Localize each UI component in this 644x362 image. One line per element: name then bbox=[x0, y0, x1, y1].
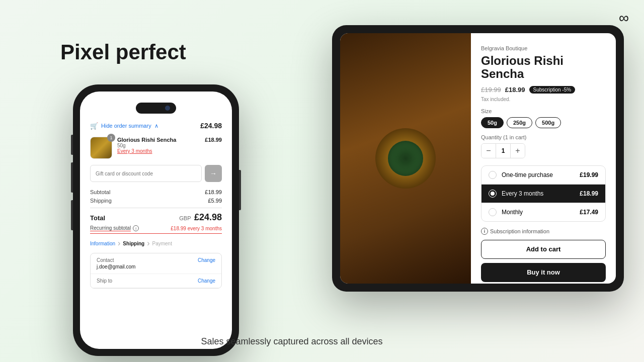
phone-screen: 🛒 Hide order summary ∧ £24.98 1 bbox=[80, 92, 232, 349]
item-name: Glorious Rishi Sencha bbox=[117, 137, 200, 143]
ship-to-label: Ship to bbox=[97, 278, 112, 284]
phone-shell: 🛒 Hide order summary ∧ £24.98 1 bbox=[73, 84, 239, 356]
breadcrumb-sep-2: › bbox=[147, 239, 149, 248]
total-currency: GBP bbox=[179, 215, 191, 221]
gift-card-input[interactable] bbox=[90, 165, 202, 182]
phone-button-silent bbox=[71, 135, 73, 155]
subscription-info-row[interactable]: i Subscription information bbox=[481, 228, 606, 235]
phone-camera bbox=[136, 103, 176, 114]
buy-now-button[interactable]: Buy it now bbox=[481, 263, 606, 282]
subtotal-label: Subtotal bbox=[90, 189, 110, 195]
page-title: Pixel perfect bbox=[30, 40, 282, 64]
qty-control: − 1 + bbox=[481, 143, 525, 158]
phone-button-vol-down bbox=[71, 200, 73, 230]
item-frequency: Every 3 months bbox=[117, 148, 200, 154]
breadcrumb: Information › Shipping › Payment bbox=[90, 239, 222, 248]
item-details: Glorious Rishi Sencha 50g Every 3 months bbox=[117, 137, 200, 154]
contact-section: Contact j.doe@gmail.com Change Ship to bbox=[90, 253, 222, 289]
left-section: Pixel perfect 🛒 Hide order summary ∧ bbox=[30, 0, 282, 362]
option-price-monthly: £17.49 bbox=[580, 209, 598, 216]
total-label: Total bbox=[90, 214, 105, 222]
price-badges: £19.99 £18.99 Subscription -5% bbox=[481, 86, 606, 94]
logo-icon: ∞ bbox=[619, 10, 629, 26]
phone-button-vol-up bbox=[71, 162, 73, 193]
ship-to-change-button[interactable]: Change bbox=[198, 278, 215, 284]
add-to-cart-button[interactable]: Add to cart bbox=[481, 240, 606, 259]
shipping-label: Shipping bbox=[90, 198, 112, 204]
size-option-500g[interactable]: 500g bbox=[535, 117, 561, 128]
subscription-info-label: Subscription information bbox=[490, 228, 549, 234]
cart-icon: 🛒 bbox=[90, 122, 98, 130]
contact-change-button[interactable]: Change bbox=[198, 257, 215, 263]
recurring-label: Recurring subtotal bbox=[90, 225, 131, 231]
radio-monthly bbox=[489, 208, 497, 216]
product-boutique: Belgravia Boutique bbox=[481, 45, 606, 51]
size-option-50g[interactable]: 50g bbox=[481, 117, 504, 128]
option-label-one-time: One-time purchase bbox=[502, 171, 580, 178]
option-label-monthly: Monthly bbox=[502, 209, 580, 216]
subscription-badge: Subscription -5% bbox=[529, 86, 576, 94]
breadcrumb-sep-1: › bbox=[118, 239, 120, 248]
contact-email: j.doe@gmail.com bbox=[97, 264, 135, 269]
tablet-product-image bbox=[340, 33, 471, 284]
item-size: 50g bbox=[117, 143, 200, 148]
purchase-options: One-time purchase £19.99 Every 3 months … bbox=[481, 165, 606, 222]
phone-content: 🛒 Hide order summary ∧ £24.98 1 bbox=[80, 92, 232, 349]
qty-decrease-button[interactable]: − bbox=[481, 144, 496, 158]
shipping-row: Shipping £5.99 bbox=[90, 198, 222, 204]
option-label-3months: Every 3 months bbox=[502, 190, 580, 197]
item-image-wrapper: 1 bbox=[90, 137, 112, 159]
order-summary-label: Hide order summary bbox=[101, 123, 151, 129]
gift-card-submit-button[interactable]: → bbox=[205, 165, 222, 182]
contact-label: Contact bbox=[97, 257, 135, 263]
total-value: £24.98 bbox=[194, 212, 222, 222]
qty-increase-button[interactable]: + bbox=[511, 144, 525, 158]
bottom-caption: Sales seamlessly captured across all dev… bbox=[166, 336, 418, 347]
recurring-row: Recurring subtotal i £18.99 every 3 mont… bbox=[90, 225, 222, 234]
size-label: Size bbox=[481, 108, 606, 114]
tablet-product-details: Belgravia Boutique Glorious Rishi Sencha… bbox=[471, 33, 616, 284]
subtotal-row: Subtotal £18.99 bbox=[90, 189, 222, 195]
purchase-option-monthly[interactable]: Monthly £17.49 bbox=[481, 203, 605, 221]
size-option-250g[interactable]: 250g bbox=[507, 117, 532, 128]
order-summary-toggle[interactable]: 🛒 Hide order summary ∧ bbox=[90, 122, 158, 130]
order-summary-header: 🛒 Hide order summary ∧ £24.98 bbox=[90, 122, 222, 130]
tax-note: Tax included. bbox=[481, 97, 606, 102]
gift-card-row: → bbox=[90, 165, 222, 182]
item-price: £18.99 bbox=[205, 137, 222, 143]
shipping-value: £5.99 bbox=[208, 198, 222, 204]
radio-3months bbox=[489, 190, 497, 198]
contact-row: Contact j.doe@gmail.com Change bbox=[91, 253, 221, 274]
chevron-up-icon: ∧ bbox=[154, 123, 158, 129]
purchase-option-3months[interactable]: Every 3 months £18.99 bbox=[481, 185, 605, 203]
breadcrumb-information[interactable]: Information bbox=[90, 241, 115, 246]
phone-button-power bbox=[239, 170, 241, 210]
breadcrumb-shipping[interactable]: Shipping bbox=[123, 241, 144, 246]
option-price-3months: £18.99 bbox=[580, 190, 598, 197]
right-section: Belgravia Boutique Glorious Rishi Sencha… bbox=[332, 25, 634, 307]
total-row: Total GBP £24.98 bbox=[90, 212, 222, 223]
purchase-option-one-time[interactable]: One-time purchase £19.99 bbox=[481, 166, 605, 185]
subscription-info-icon: i bbox=[481, 228, 488, 235]
recurring-label-wrap: Recurring subtotal i bbox=[90, 225, 139, 231]
sale-price: £18.99 bbox=[505, 86, 525, 94]
recurring-info-icon[interactable]: i bbox=[133, 225, 139, 231]
original-price: £19.99 bbox=[481, 86, 501, 94]
recurring-value: £18.99 every 3 months bbox=[171, 226, 222, 231]
size-options: 50g 250g 500g bbox=[481, 117, 606, 128]
phone-mockup: 🛒 Hide order summary ∧ £24.98 1 bbox=[73, 84, 239, 346]
tablet-screen: Belgravia Boutique Glorious Rishi Sencha… bbox=[340, 33, 616, 284]
tablet-shell: Belgravia Boutique Glorious Rishi Sencha… bbox=[332, 25, 624, 292]
radio-inner-3months bbox=[491, 192, 495, 196]
qty-label: Quantity (1 in cart) bbox=[481, 134, 606, 140]
option-price-one-time: £19.99 bbox=[580, 171, 598, 178]
subtotal-value: £18.99 bbox=[205, 189, 222, 195]
item-quantity-badge: 1 bbox=[107, 134, 115, 142]
breadcrumb-payment: Payment bbox=[152, 241, 172, 246]
radio-one-time bbox=[489, 171, 497, 179]
order-item: 1 Glorious Rishi Sencha 50g Every 3 mont… bbox=[90, 137, 222, 159]
ship-to-row: Ship to Change bbox=[91, 274, 221, 288]
qty-value: 1 bbox=[496, 144, 511, 158]
order-summary-amount: £24.98 bbox=[200, 122, 222, 130]
product-name: Glorious Rishi Sencha bbox=[481, 54, 606, 81]
